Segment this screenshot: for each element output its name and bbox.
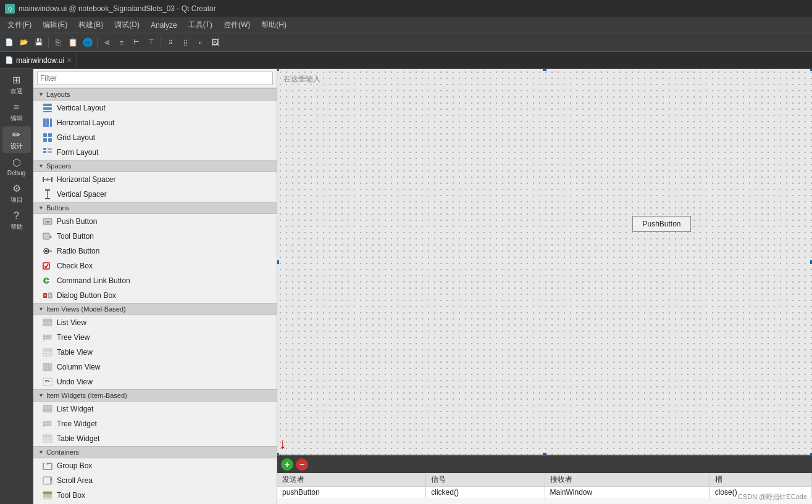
widget-undo-view[interactable]: Undo View <box>33 374 277 389</box>
tab-mainwindow-ui[interactable]: 📄 mainwindow.ui ✕ <box>0 52 77 68</box>
dialog-button-box-label: Dialog Button Box <box>57 291 116 300</box>
toolbar-open[interactable]: 📂 <box>17 36 31 49</box>
svg-rect-54 <box>43 405 52 407</box>
check-box-icon <box>42 260 53 271</box>
strip-project[interactable]: ⚙ 项目 <box>2 180 31 207</box>
signal-row-0[interactable]: pushButton clicked() MainWindow close() <box>277 487 812 498</box>
tree-widget-icon <box>42 418 53 429</box>
horizontal-layout-icon <box>42 117 53 128</box>
widget-group-box[interactable]: GB Group Box <box>33 458 277 473</box>
category-layouts[interactable]: ▼ Layouts <box>33 88 277 101</box>
vertical-layout-icon <box>42 102 53 114</box>
design-canvas[interactable]: 在这里输入 PushButton ↓ <box>277 69 812 455</box>
svg-rect-56 <box>43 410 52 412</box>
toolbar-save[interactable]: 💾 <box>32 36 46 49</box>
widget-horizontal-spacer[interactable]: Horizontal Spacer <box>33 172 277 187</box>
svg-rect-7 <box>48 133 52 137</box>
debug-icon: ⬡ <box>12 157 21 168</box>
titlebar: Q mainwindow.ui @ notebook_SignalandSlot… <box>0 0 812 17</box>
strip-design[interactable]: ✏ 设计 <box>2 126 31 153</box>
widget-check-box[interactable]: Check Box <box>33 258 277 273</box>
widget-form-layout[interactable]: Form Layout <box>33 145 277 160</box>
svg-rect-55 <box>43 408 52 410</box>
strip-welcome[interactable]: ⊞ 欢迎 <box>2 72 31 98</box>
remove-signal-button[interactable]: − <box>296 458 308 471</box>
widget-horizontal-layout[interactable]: Horizontal Layout <box>33 115 277 130</box>
widget-push-button[interactable]: OK Push Button <box>33 214 277 229</box>
strip-edit[interactable]: ≡ 编辑 <box>2 99 31 125</box>
widget-dialog-button-box[interactable]: ✕ Dialog Button Box <box>33 288 277 303</box>
toolbar-align-center[interactable]: ≡ <box>115 36 128 49</box>
tool-button-icon <box>42 231 53 242</box>
widget-tool-button[interactable]: Tool Button <box>33 229 277 244</box>
toolbar-grid-3[interactable]: ⠶ <box>193 36 207 49</box>
widget-tree-view[interactable]: Tree View <box>33 330 277 345</box>
toolbar-network[interactable]: 🌐 <box>81 36 94 49</box>
signals-panel: + − 发送者 信号 接收者 槽 pushButton <box>277 455 812 504</box>
menu-controls[interactable]: 控件(W) <box>219 19 255 31</box>
category-containers[interactable]: ▼ Containers <box>33 446 277 458</box>
menu-file[interactable]: 文件(F) <box>2 19 36 31</box>
toolbar-align-right[interactable]: ⊢ <box>130 36 143 49</box>
widget-command-link-button[interactable]: Command Link Button <box>33 273 277 288</box>
widget-column-view[interactable]: Column View <box>33 360 277 374</box>
undo-view-label: Undo View <box>57 378 93 386</box>
widget-tree-widget[interactable]: Tree Widget <box>33 416 277 431</box>
list-view-label: List View <box>57 318 86 327</box>
strip-debug[interactable]: ⬡ Debug <box>2 154 31 179</box>
toolbar-align-top[interactable]: ⊤ <box>144 36 158 49</box>
menu-tools[interactable]: 工具(T) <box>183 19 217 31</box>
toolbar-paste[interactable]: 📋 <box>66 36 80 49</box>
horizontal-spacer-label: Horizontal Spacer <box>57 175 115 184</box>
svg-rect-13 <box>48 151 52 153</box>
toolbar-sep-3 <box>161 37 161 48</box>
svg-rect-6 <box>43 133 47 137</box>
layouts-arrow: ▼ <box>38 91 44 97</box>
widget-grid-layout[interactable]: Grid Layout <box>33 130 277 145</box>
cell-receiver-0: MainWindow <box>545 487 709 498</box>
toolbar-align-left[interactable]: ⫷ <box>100 36 114 49</box>
strip-welcome-label: 欢迎 <box>10 87 23 96</box>
svg-rect-12 <box>43 151 46 153</box>
strip-help[interactable]: ? 帮助 <box>2 208 31 234</box>
menu-analyze[interactable]: Analyze <box>146 20 182 31</box>
menu-debug[interactable]: 调试(D) <box>109 19 144 31</box>
menu-build[interactable]: 构建(B) <box>73 19 108 31</box>
widget-vertical-layout[interactable]: Vertical Layout <box>33 101 277 115</box>
widget-list-view[interactable]: List View <box>33 315 277 330</box>
project-icon: ⚙ <box>12 183 21 194</box>
table-widget-label: Table Widget <box>57 434 99 443</box>
add-signal-button[interactable]: + <box>281 458 293 471</box>
menu-help[interactable]: 帮助(H) <box>256 19 291 31</box>
command-link-button-label: Command Link Button <box>57 276 130 285</box>
list-widget-icon <box>42 403 53 415</box>
category-item-views[interactable]: ▼ Item Views (Model-Based) <box>33 303 277 315</box>
category-spacers[interactable]: ▼ Spacers <box>33 160 277 172</box>
widget-vertical-spacer[interactable]: Vertical Spacer <box>33 187 277 202</box>
tree-view-label: Tree View <box>57 333 90 342</box>
category-item-widgets[interactable]: ▼ Item Widgets (Item-Based) <box>33 389 277 402</box>
toolbar-new[interactable]: 📄 <box>2 36 16 49</box>
toolbar-grid-2[interactable]: ⣿ <box>178 36 192 49</box>
filter-input[interactable] <box>37 72 273 85</box>
toolbar-copy[interactable]: ⎘ <box>51 36 65 49</box>
category-buttons[interactable]: ▼ Buttons <box>33 202 277 214</box>
tab-close[interactable]: ✕ <box>67 57 72 64</box>
widget-table-view[interactable]: Table View <box>33 345 277 360</box>
toolbar-image[interactable]: 🖼 <box>208 36 222 49</box>
menu-edit[interactable]: 编辑(E) <box>38 19 72 31</box>
containers-arrow: ▼ <box>38 449 44 455</box>
widget-tool-box[interactable]: Tool Box <box>33 488 277 503</box>
pushbutton-label: PushButton <box>642 220 680 228</box>
svg-rect-76 <box>43 498 52 499</box>
toolbar-grid-1[interactable]: ⠿ <box>164 36 177 49</box>
widget-radio-button[interactable]: Radio Button <box>33 244 277 258</box>
containers-label: Containers <box>46 448 79 456</box>
widget-table-widget[interactable]: Table Widget <box>33 431 277 446</box>
vertical-layout-label: Vertical Layout <box>57 104 106 112</box>
widget-list-widget[interactable]: List Widget <box>33 402 277 416</box>
cell-signal-0: clicked() <box>426 487 545 498</box>
handle-top-left <box>277 69 279 71</box>
widget-scroll-area[interactable]: Scroll Area <box>33 473 277 488</box>
pushbutton-widget[interactable]: PushButton <box>632 216 691 232</box>
